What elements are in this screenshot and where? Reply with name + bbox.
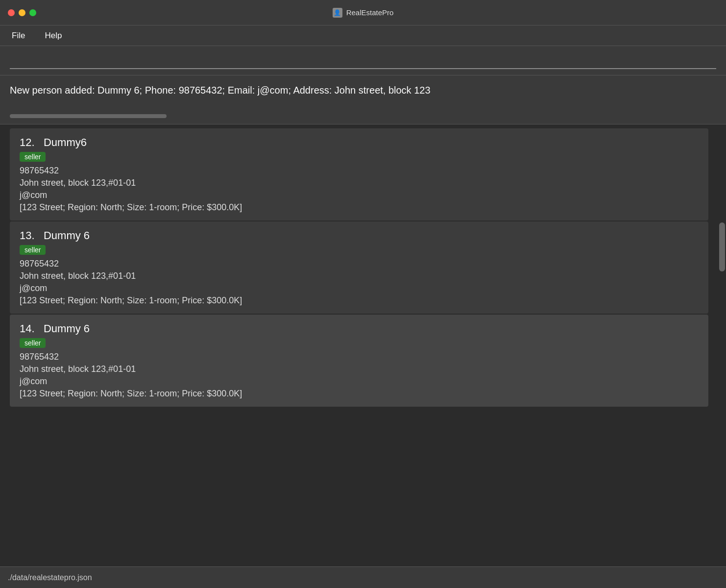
person-role-13: seller (20, 245, 46, 255)
person-fullname-13: Dummy 6 (44, 229, 90, 242)
person-address-14: John street, block 123,#01-01 (20, 364, 699, 374)
statusbar: ./data/realestatepro.json (0, 566, 726, 588)
person-name-13: 13. Dummy 6 (20, 229, 699, 242)
person-phone-12: 98765432 (20, 166, 699, 176)
person-address-13: John street, block 123,#01-01 (20, 271, 699, 281)
person-fullname-12: Dummy6 (44, 136, 87, 148)
person-role-12: seller (20, 152, 46, 162)
titlebar-title: 👤 RealEstatePro (333, 8, 394, 18)
titlebar: 👤 RealEstatePro (0, 0, 726, 25)
person-properties-12: [123 Street; Region: North; Size: 1-room… (20, 202, 699, 213)
people-list: 12. Dummy6 seller 98765432 John street, … (0, 124, 718, 588)
person-card-14[interactable]: 14. Dummy 6 seller 98765432 John street,… (10, 315, 708, 407)
person-email-12: j@com (20, 190, 699, 200)
person-phone-13: 98765432 (20, 259, 699, 269)
menu-help[interactable]: Help (41, 29, 66, 43)
person-role-14: seller (20, 338, 46, 348)
person-name-14: 14. Dummy 6 (20, 322, 699, 335)
app-icon: 👤 (333, 8, 342, 18)
person-properties-14: [123 Street; Region: North; Size: 1-room… (20, 389, 699, 399)
menubar: File Help (0, 25, 726, 46)
person-fullname-14: Dummy 6 (44, 322, 90, 335)
statusbar-text: ./data/realestatepro.json (8, 573, 92, 582)
person-card-13[interactable]: 13. Dummy 6 seller 98765432 John street,… (10, 221, 708, 314)
person-address-12: John street, block 123,#01-01 (20, 178, 699, 188)
notification-scrollbar[interactable] (10, 114, 167, 118)
person-name-12: 12. Dummy6 (20, 136, 699, 149)
person-phone-14: 98765432 (20, 352, 699, 362)
search-input[interactable] (10, 52, 716, 69)
person-number-14: 14. (20, 322, 35, 335)
list-scrollbar-thumb[interactable] (719, 222, 725, 271)
person-number-12: 12. (20, 136, 35, 148)
minimize-button[interactable] (19, 9, 25, 16)
window-controls (8, 9, 36, 16)
person-email-14: j@com (20, 376, 699, 387)
list-scrollbar[interactable] (718, 124, 726, 588)
notification-text: New person added: Dummy 6; Phone: 987654… (10, 83, 716, 97)
people-section: 12. Dummy6 seller 98765432 John street, … (0, 124, 726, 588)
main-content: New person added: Dummy 6; Phone: 987654… (0, 46, 726, 588)
person-email-13: j@com (20, 283, 699, 294)
close-button[interactable] (8, 9, 15, 16)
person-number-13: 13. (20, 229, 35, 242)
person-properties-13: [123 Street; Region: North; Size: 1-room… (20, 295, 699, 306)
app-title-text: RealEstatePro (346, 8, 394, 17)
search-area (0, 46, 726, 75)
maximize-button[interactable] (29, 9, 36, 16)
menu-file[interactable]: File (8, 29, 29, 43)
notification-area: New person added: Dummy 6; Phone: 987654… (0, 75, 726, 124)
person-card-12[interactable]: 12. Dummy6 seller 98765432 John street, … (10, 128, 708, 220)
